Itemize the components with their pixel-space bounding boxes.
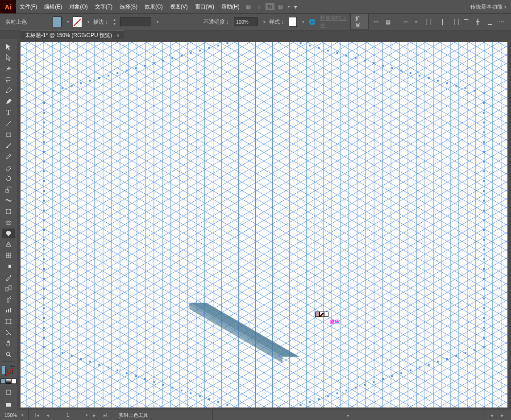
tool-selection[interactable] <box>2 42 15 52</box>
menu-effect[interactable]: 效果(C) <box>141 0 166 13</box>
artboard-navigator[interactable]: I◂ ◂ 1 ▾ ▸ ▸I <box>29 410 114 420</box>
tool-blend[interactable] <box>2 283 15 293</box>
svg-rect-511 <box>181 390 183 391</box>
align-right-icon[interactable]: ▕▕ <box>450 17 458 27</box>
isolate-icon[interactable]: ▭ <box>372 17 380 27</box>
tool-pen[interactable] <box>2 86 15 96</box>
align-top-icon[interactable]: ▔ <box>462 17 470 27</box>
tab-close-icon[interactable]: × <box>116 33 120 39</box>
tool-shape-builder[interactable] <box>2 218 15 228</box>
tool-scale[interactable] <box>2 185 15 195</box>
workspace-switcher[interactable]: 传统基本功能▾ <box>466 3 511 11</box>
svg-rect-459 <box>162 60 164 62</box>
tool-magic-wand[interactable] <box>2 64 15 74</box>
align-left-icon[interactable]: ▏▏ <box>427 17 435 27</box>
current-tool-label[interactable]: 实时上色工具 <box>114 410 213 420</box>
bridge-icon[interactable]: ▦ <box>244 2 253 11</box>
tool-slice[interactable] <box>2 328 15 337</box>
color-mode-gradient[interactable] <box>6 378 11 384</box>
menu-help[interactable]: 帮助(H) <box>218 0 243 13</box>
svg-rect-523 <box>465 352 466 354</box>
fill-swatch[interactable] <box>53 17 62 27</box>
isometric-grid <box>21 42 507 408</box>
menu-file[interactable]: 文件(F) <box>16 0 41 13</box>
align-more-icon[interactable]: ⋯ <box>498 17 506 27</box>
color-mode-none[interactable] <box>11 378 17 384</box>
last-artboard-icon[interactable]: ▸I <box>101 412 109 418</box>
document-tab[interactable]: 未标题-1* @ 150% (RGB/GPU 预览) × <box>21 30 124 40</box>
style-label[interactable]: 样式： <box>269 18 285 26</box>
edit-contents-icon[interactable]: ▤ <box>384 17 392 27</box>
screen-mode-normal[interactable] <box>2 387 15 398</box>
svg-rect-475 <box>446 82 448 84</box>
color-mode-color[interactable] <box>0 378 6 384</box>
tool-perspective-grid[interactable] <box>2 240 15 250</box>
tool-zoom[interactable] <box>2 349 15 359</box>
zoom-level[interactable]: 150%▾ <box>0 410 29 420</box>
tool-rectangle[interactable] <box>2 130 15 140</box>
opacity-input[interactable] <box>234 17 258 26</box>
stroke-label[interactable]: 描边： <box>93 18 109 26</box>
arrange-documents-icon[interactable]: ▦ <box>276 2 285 11</box>
canvas[interactable]: 路径 <box>21 42 507 408</box>
screen-mode-toggle[interactable] <box>2 399 15 410</box>
prev-artboard-icon[interactable]: ◂ <box>44 412 52 418</box>
toolbox-stroke-swatch[interactable] <box>5 366 15 376</box>
stroke-weight-input[interactable] <box>120 17 151 26</box>
tool-curvature[interactable] <box>2 97 15 107</box>
menu-view[interactable]: 视图(V) <box>166 0 191 13</box>
menu-bar: Ai 文件(F) 编辑(E) 对象(O) 文字(T) 选择(S) 效果(C) 视… <box>0 0 511 13</box>
tool-rotate[interactable] <box>2 174 15 183</box>
tool-type[interactable]: T <box>2 108 15 118</box>
menu-select[interactable]: 选择(S) <box>116 0 141 13</box>
tool-direct-selection[interactable] <box>2 53 15 63</box>
stroke-dropdown-icon[interactable]: ▾ <box>87 20 90 24</box>
next-artboard-icon[interactable]: ▸ <box>91 412 99 418</box>
tool-gradient[interactable] <box>2 262 15 271</box>
fill-stroke-well[interactable] <box>2 365 15 376</box>
align-bottom-icon[interactable]: ▁ <box>486 17 494 27</box>
transform-icon[interactable]: ▱ <box>402 17 410 27</box>
tool-eyedropper[interactable] <box>2 273 15 283</box>
recolor-icon[interactable]: 🌐 <box>308 17 316 27</box>
align-vcenter-icon[interactable]: ╋ <box>474 17 482 27</box>
tool-hand[interactable] <box>2 338 15 348</box>
tool-live-paint[interactable] <box>2 229 15 238</box>
scroll-left-icon[interactable]: ◂ <box>488 412 496 418</box>
svg-rect-441 <box>483 308 485 309</box>
scroll-right-icon[interactable]: ▸ <box>499 412 507 418</box>
expand-button[interactable]: 扩展 <box>350 14 368 30</box>
align-hcenter-icon[interactable]: ┼ <box>438 17 446 27</box>
stroke-weight-up[interactable]: ▲ <box>113 18 116 22</box>
svg-point-8 <box>6 213 7 214</box>
first-artboard-icon[interactable]: I◂ <box>33 412 41 418</box>
tool-width[interactable] <box>2 196 15 206</box>
style-swatch[interactable] <box>289 17 297 27</box>
tool-column-graph[interactable] <box>2 306 15 316</box>
menu-window[interactable]: 窗口(W) <box>191 0 218 13</box>
tool-artboard[interactable] <box>2 316 15 326</box>
menu-object[interactable]: 对象(O) <box>66 0 91 13</box>
svg-rect-444 <box>483 337 485 338</box>
svg-rect-533 <box>373 381 375 383</box>
gpu-icon[interactable]: ➤ <box>289 0 301 12</box>
tool-lasso[interactable] <box>2 75 15 85</box>
tool-free-transform[interactable] <box>2 207 15 216</box>
tool-mesh[interactable] <box>2 251 15 261</box>
tool-pencil[interactable] <box>2 152 15 162</box>
search-icon[interactable]: ⌕ <box>255 2 264 11</box>
stock-icon[interactable]: St <box>266 3 274 10</box>
tool-paintbrush[interactable] <box>2 141 15 150</box>
menu-edit[interactable]: 编辑(E) <box>41 0 66 13</box>
opacity-label[interactable]: 不透明度： <box>204 18 230 26</box>
fill-dropdown-icon[interactable]: ▾ <box>67 20 69 24</box>
stroke-swatch[interactable] <box>73 17 82 27</box>
release-live-paint-link[interactable]: 释放实时上色 <box>320 14 347 29</box>
tool-line[interactable] <box>2 119 15 129</box>
tool-eraser[interactable] <box>2 163 15 173</box>
stroke-weight-down[interactable]: ▼ <box>113 22 116 26</box>
menu-type[interactable]: 文字(T) <box>91 0 116 13</box>
tool-symbol-sprayer[interactable] <box>2 295 15 304</box>
scroll-indicator-icon[interactable]: ▸ <box>344 412 352 418</box>
svg-rect-529 <box>410 370 411 371</box>
